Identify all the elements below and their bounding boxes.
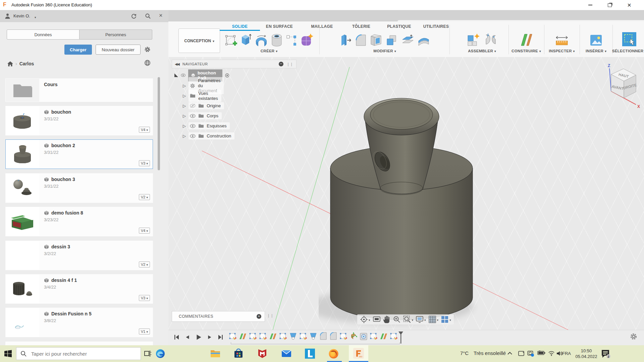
measure-icon[interactable]	[555, 34, 569, 47]
edge-icon[interactable]	[155, 348, 166, 359]
panel-scrollbar[interactable]	[158, 77, 160, 170]
expand-arrow-icon[interactable]: ▷	[183, 134, 186, 138]
pan-icon[interactable]	[383, 315, 390, 323]
project-list-item[interactable]: dessin 4 f 13/4/22V3	[5, 274, 153, 304]
comments-panel[interactable]: COMMENTAIRES	[172, 311, 265, 322]
tree-node-origine[interactable]: ▷Origine	[183, 102, 224, 110]
file-explorer-icon[interactable]	[210, 348, 221, 359]
visibility-eye-icon[interactable]	[190, 124, 196, 128]
expand-triangle-icon[interactable]	[174, 73, 178, 77]
tray-chevron-icon[interactable]	[507, 351, 513, 356]
panel-resize-handle[interactable]: ❘❘	[267, 313, 274, 318]
display-preferences-gear-icon[interactable]	[630, 333, 637, 340]
ribbon-tab-surface[interactable]: EN SURFACE	[266, 24, 293, 29]
ribbon-tab-tolerie[interactable]: TÔLERIE	[352, 24, 370, 29]
expand-arrow-icon[interactable]: ▷	[183, 114, 186, 118]
ribbon-tab-maillage[interactable]: MAILLAGE	[311, 24, 333, 29]
sync-status-icon[interactable]	[527, 351, 534, 357]
task-view-icon[interactable]	[142, 348, 153, 359]
select-icon[interactable]	[622, 32, 637, 47]
create-form-icon[interactable]	[300, 33, 314, 47]
press-pull-icon[interactable]	[339, 33, 352, 47]
ribbon-group-inserer-label[interactable]: INSÉRER	[582, 49, 610, 53]
search-input[interactable]	[31, 351, 132, 357]
project-list-item[interactable]: bouchon3/31/22V4	[5, 106, 153, 135]
ribbon-group-assembler-label[interactable]: ASSEMBLER	[457, 49, 507, 53]
battery-icon[interactable]	[537, 351, 545, 355]
model-bouchon[interactable]	[319, 90, 486, 328]
timeline-feature-fillet-icon[interactable]	[329, 332, 337, 341]
navigator-header[interactable]: ◀◀ NAVIGATEUR ❘❘	[172, 60, 297, 68]
zoom-icon[interactable]	[393, 315, 401, 323]
timeline-feature-plane-icon[interactable]	[380, 332, 388, 341]
ribbon-group-inspecter-label[interactable]: INSPECTER	[547, 49, 577, 53]
grid-snap-icon[interactable]	[428, 315, 439, 323]
tree-node-esquisses[interactable]: ▷Esquisses	[183, 122, 230, 130]
start-button[interactable]	[3, 348, 13, 359]
version-dropdown[interactable]: V1	[139, 328, 150, 335]
action-center-icon[interactable]: 2	[600, 349, 611, 359]
offset-face-icon[interactable]	[401, 34, 415, 47]
create-sketch-icon[interactable]	[224, 34, 237, 47]
project-list-item[interactable]: demo fusion 83/23/22V4	[5, 207, 153, 236]
timeline-feature-sketch-icon[interactable]	[299, 332, 307, 341]
expand-arrow-icon[interactable]: ▷	[183, 104, 186, 108]
view-cube[interactable]: HAUT AVANT DROITE Z X	[594, 61, 644, 110]
timeline-feature-sketch-icon[interactable]	[259, 332, 267, 341]
restore-button[interactable]	[602, 0, 617, 10]
close-button[interactable]	[622, 0, 637, 10]
timeline-position-marker[interactable]	[398, 331, 404, 344]
collapse-panel-icon[interactable]: ◀◀	[175, 62, 179, 66]
visibility-eye-icon[interactable]	[190, 134, 196, 138]
timeline-feature-revolve-icon[interactable]	[309, 332, 317, 341]
l-app-icon[interactable]	[305, 348, 315, 359]
visibility-eye-icon[interactable]	[190, 114, 196, 118]
ribbon-tab-plastique[interactable]: PLASTIQUE	[387, 24, 411, 29]
language-indicator[interactable]: FRA	[562, 351, 571, 356]
timeline-feature-hole-icon[interactable]	[360, 332, 368, 341]
timeline-feature-sketch-icon[interactable]	[249, 332, 257, 341]
expand-arrow-icon[interactable]: ▷	[183, 83, 186, 88]
new-component-icon[interactable]	[467, 33, 481, 47]
revolve-icon[interactable]	[255, 34, 268, 47]
ribbon-tab-utilitaires[interactable]: UTILITAIRES	[423, 24, 449, 29]
step-back-icon[interactable]	[183, 333, 192, 341]
timeline-feature-sketch-icon[interactable]	[370, 332, 378, 341]
ribbon-group-creer-label[interactable]: CRÉER	[219, 49, 319, 53]
insert-canvas-icon[interactable]	[589, 34, 603, 47]
look-at-icon[interactable]	[373, 316, 381, 323]
go-to-end-icon[interactable]	[217, 333, 225, 341]
timeline-feature-sketch-icon[interactable]	[339, 332, 347, 341]
collapse-tree-icon[interactable]	[279, 62, 283, 66]
tablet-mode-icon[interactable]	[518, 351, 525, 356]
fillet-icon[interactable]	[354, 34, 367, 47]
ribbon-group-modifier-label[interactable]: MODIFIER	[323, 49, 446, 53]
timeline-feature-plane-icon[interactable]	[239, 332, 247, 341]
project-list-item[interactable]: dessin 33/2/22V2	[5, 241, 153, 270]
timeline-feature-sketch-icon[interactable]	[279, 332, 287, 341]
version-dropdown[interactable]: V2	[139, 261, 150, 267]
viewports-icon[interactable]	[441, 315, 451, 323]
project-list-item[interactable]: Dessin Fusion n 53/8/22V1	[5, 308, 153, 337]
construction-plane-icon[interactable]	[519, 33, 533, 47]
fusion360-taskbar-tile[interactable]: 360	[349, 345, 368, 361]
version-dropdown[interactable]: V4	[139, 127, 150, 133]
expand-comments-icon[interactable]	[257, 314, 261, 319]
orbit-icon[interactable]	[360, 315, 370, 323]
project-list-item[interactable]: Cours	[5, 78, 153, 102]
minimize-button[interactable]	[583, 0, 598, 10]
workspace-selector[interactable]: CONCEPTION	[178, 28, 220, 53]
version-dropdown[interactable]: V3	[139, 160, 150, 166]
ribbon-group-selectionner-label[interactable]: SÉLECTIONNER	[614, 49, 644, 53]
version-dropdown[interactable]: V4	[139, 228, 150, 234]
ribbon-tab-solide[interactable]: SOLIDE	[232, 24, 248, 29]
microsoft-store-icon[interactable]	[233, 348, 244, 359]
project-list-item[interactable]: bouchon 33/31/22V2	[5, 173, 153, 203]
project-list-item[interactable]: bouchon 23/31/22V3	[5, 139, 153, 169]
extrude-icon[interactable]	[240, 33, 252, 47]
shell-icon[interactable]	[370, 34, 382, 47]
tree-node-construction[interactable]: ▷Construction	[183, 132, 234, 140]
timeline-feature-move-icon[interactable]	[350, 332, 358, 341]
wifi-icon[interactable]	[548, 351, 555, 356]
volume-icon[interactable]	[556, 351, 563, 356]
